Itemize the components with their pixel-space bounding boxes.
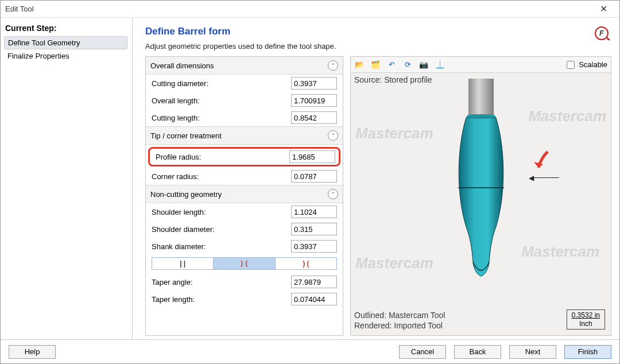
source-label: Source: Stored profile xyxy=(354,75,432,84)
page-title: Define Barrel form xyxy=(145,26,611,37)
window-title: Edit Tool xyxy=(5,5,34,13)
preview-panel: 📂 🗂️ ↶ ⟳ 📷 ⏊ Scalable Source: Store xyxy=(350,56,611,336)
open-icon[interactable]: 📂 xyxy=(354,60,365,70)
scalable-input[interactable] xyxy=(567,61,575,69)
label-taper-length: Taper length: xyxy=(152,295,291,304)
dialog-footer: Help Cancel Back Next Finish xyxy=(1,339,619,363)
input-profile-radius[interactable] xyxy=(289,150,335,163)
step-define-geometry[interactable]: Define Tool Geometry xyxy=(4,36,127,49)
input-corner-radius[interactable] xyxy=(291,170,337,183)
help-button[interactable]: Help xyxy=(9,345,56,359)
back-button[interactable]: Back xyxy=(454,345,501,359)
label-shank-diameter: Shank diameter: xyxy=(152,242,291,251)
scale-ruler: 0.3532 in Inch xyxy=(567,309,605,330)
watermark: Mastercam xyxy=(355,125,433,142)
section-non-cutting[interactable]: Non-cutting geometry ˄ xyxy=(146,185,343,203)
wizard-sidebar: Current Step: Define Tool Geometry Final… xyxy=(1,18,133,339)
input-overall-length[interactable] xyxy=(291,94,337,107)
seg-step[interactable]: ) ( xyxy=(276,258,336,269)
preview-viewport[interactable]: Source: Stored profile Mastercam Masterc… xyxy=(351,73,611,335)
outline-labels: Outlined: Mastercam Tool Rendered: Impor… xyxy=(354,310,445,331)
next-button[interactable]: Next xyxy=(509,345,556,359)
cancel-button[interactable]: Cancel xyxy=(399,345,446,359)
tool-render xyxy=(441,79,521,308)
undo-icon[interactable]: ↶ xyxy=(386,60,397,70)
input-cutting-length[interactable] xyxy=(291,111,337,124)
feature-badge-icon: F xyxy=(594,26,610,43)
chevron-up-icon[interactable]: ˄ xyxy=(328,60,338,71)
properties-panel: Overall dimensions ˄ Cutting diameter: O… xyxy=(145,56,343,336)
watermark: Mastercam xyxy=(355,254,433,272)
label-overall-length: Overall length: xyxy=(152,96,291,105)
input-taper-length[interactable] xyxy=(291,293,337,305)
chevron-up-icon[interactable]: ˄ xyxy=(328,130,338,141)
chevron-up-icon[interactable]: ˄ xyxy=(328,189,338,199)
scalable-checkbox[interactable]: Scalable xyxy=(564,59,607,71)
input-cutting-diameter[interactable] xyxy=(291,77,337,90)
input-shoulder-length[interactable] xyxy=(291,206,337,218)
dimension-arrow-icon: ◀ xyxy=(529,174,534,182)
refresh-icon[interactable]: ⟳ xyxy=(402,60,413,70)
label-taper-angle: Taper angle: xyxy=(152,278,291,286)
finish-button[interactable]: Finish xyxy=(564,345,611,359)
sidebar-heading: Current Step: xyxy=(5,24,127,33)
properties-scroll[interactable]: Overall dimensions ˄ Cutting diameter: O… xyxy=(146,57,343,335)
label-profile-radius: Profile radius: xyxy=(153,153,289,161)
label-shoulder-diameter: Shoulder diameter: xyxy=(152,225,291,234)
section-overall-dimensions[interactable]: Overall dimensions ˄ xyxy=(146,57,343,75)
svg-text:F: F xyxy=(599,29,604,37)
section-tip-corner[interactable]: Tip / corner treatment ˄ xyxy=(146,126,343,145)
titlebar: Edit Tool ✕ xyxy=(1,1,619,18)
label-corner-radius: Corner radius: xyxy=(152,172,291,181)
input-shank-diameter[interactable] xyxy=(291,240,337,253)
step-finalize-properties[interactable]: Finalize Properties xyxy=(4,50,127,62)
dimension-line xyxy=(532,177,559,178)
page-description: Adjust geometric properties used to defi… xyxy=(145,42,611,51)
label-cutting-length: Cutting length: xyxy=(152,114,291,122)
axis-icon[interactable]: ⏊ xyxy=(435,60,445,70)
camera-icon[interactable]: 📷 xyxy=(418,60,429,70)
input-shoulder-diameter[interactable] xyxy=(291,223,337,235)
preview-toolbar: 📂 🗂️ ↶ ⟳ 📷 ⏊ Scalable xyxy=(351,57,611,73)
svg-point-4 xyxy=(466,114,496,119)
close-icon[interactable]: ✕ xyxy=(592,1,615,18)
seg-taper[interactable]: ⟩ ⟨ xyxy=(214,258,275,269)
label-shoulder-length: Shoulder length: xyxy=(152,208,291,216)
label-cutting-diameter: Cutting diameter: xyxy=(152,79,291,88)
watermark: Mastercam xyxy=(528,107,606,125)
input-taper-angle[interactable] xyxy=(291,276,337,288)
shank-type-segmented[interactable]: | | ⟩ ⟨ ) ( xyxy=(152,257,337,270)
seg-straight[interactable]: | | xyxy=(152,258,214,269)
watermark: Mastercam xyxy=(521,243,599,261)
svg-rect-2 xyxy=(468,79,494,114)
highlight-profile-radius: Profile radius: xyxy=(148,147,340,166)
edit-tool-dialog: Edit Tool ✕ Current Step: Define Tool Ge… xyxy=(0,0,620,364)
duplicate-icon[interactable]: 🗂️ xyxy=(370,60,381,70)
annotation-arrow-icon xyxy=(530,150,553,176)
